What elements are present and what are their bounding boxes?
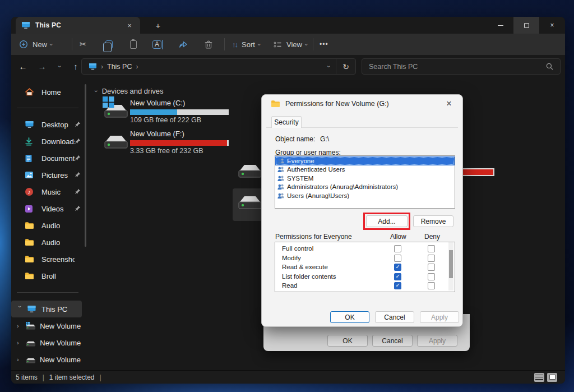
tree-chevron-icon[interactable]: › <box>17 339 22 346</box>
remove-button[interactable]: Remove <box>413 215 453 227</box>
sidebar-item[interactable]: Audio <box>11 217 82 234</box>
group-list-item[interactable]: Everyone <box>275 156 455 165</box>
tree-item[interactable]: › New Volume (C:) <box>11 317 82 334</box>
group-list-item[interactable]: SYSTEM <box>275 174 455 183</box>
tree-item[interactable]: › New Volume (G:) <box>11 351 82 368</box>
drive-icon-partial-selected[interactable] <box>237 193 263 214</box>
sidebar-item[interactable]: Videos <box>11 200 82 217</box>
sidebar-item[interactable]: Pictures <box>11 167 82 183</box>
share-button[interactable] <box>178 34 188 55</box>
address-dropdown-icon[interactable]: › <box>326 66 332 68</box>
back-button[interactable]: ← <box>16 59 30 73</box>
apply-button[interactable]: Apply <box>417 335 457 347</box>
permissions-list[interactable]: Full control Modify Read & execute List … <box>275 242 455 292</box>
drive-usage-bar <box>130 109 229 115</box>
details-view-icon[interactable] <box>534 373 544 382</box>
sidebar-item-home[interactable]: Home <box>11 84 82 100</box>
tab-this-pc[interactable]: This PC × <box>16 17 140 34</box>
group-list[interactable]: Everyone Authenticated Users SYSTEM Admi… <box>275 155 455 209</box>
group-list-item[interactable]: Users (Anurag\Users) <box>275 191 455 200</box>
cancel-button[interactable]: Cancel <box>372 335 413 347</box>
divider <box>11 100 95 116</box>
deny-column-header: Deny <box>424 233 440 241</box>
sidebar-item[interactable]: Audio <box>11 234 82 251</box>
tab-security[interactable]: Security <box>271 116 302 128</box>
paste-button[interactable] <box>130 34 137 55</box>
divider <box>313 38 313 50</box>
allow-checkbox[interactable] <box>394 245 401 252</box>
allow-checkbox[interactable] <box>394 264 401 271</box>
tree-chevron-icon[interactable]: › <box>17 322 22 329</box>
thumbnail-view-icon[interactable] <box>547 373 557 382</box>
item-count: 5 items <box>16 373 38 381</box>
tree-item[interactable]: › New Volume (F:) <box>11 334 82 351</box>
rename-button[interactable]: A <box>152 34 161 55</box>
allow-checkbox[interactable] <box>394 292 401 293</box>
allow-checkbox[interactable] <box>394 282 401 289</box>
deny-checkbox[interactable] <box>428 245 435 252</box>
address-bar[interactable]: › This PC › › ↻ <box>81 58 356 75</box>
cut-button[interactable]: ✂ <box>80 34 87 55</box>
copy-button[interactable] <box>105 34 113 55</box>
sidebar-item[interactable]: Documents <box>11 150 82 167</box>
tree-chevron-icon[interactable]: › <box>17 356 22 363</box>
sidebar-scrollbar[interactable] <box>85 84 86 247</box>
maximize-button[interactable] <box>513 17 539 34</box>
users-icon <box>277 158 285 164</box>
sidebar-item[interactable]: Downloads <box>11 133 82 150</box>
tree-chevron-icon[interactable]: › <box>17 306 24 312</box>
group-list-item[interactable]: Authenticated Users <box>275 165 455 174</box>
minimize-button[interactable] <box>488 17 513 34</box>
drive-list: New Volume (C:) 109 GB free of 222 GB Ne <box>103 99 248 160</box>
forward-button[interactable]: → <box>35 59 49 73</box>
deny-checkbox[interactable] <box>428 273 435 280</box>
allow-column-header: Allow <box>390 233 406 241</box>
permission-name: Read & execute <box>282 264 328 270</box>
permission-name: Modify <box>282 255 301 261</box>
sort-icon: ↑↓ <box>232 40 237 49</box>
new-button[interactable]: New › <box>19 34 53 55</box>
group-list-item[interactable]: Administrators (Anurag\Administrators) <box>275 183 455 192</box>
share-icon <box>178 40 188 49</box>
deny-checkbox[interactable] <box>428 255 435 262</box>
close-button[interactable]: × <box>539 17 565 34</box>
sidebar-item[interactable]: ♪ Music <box>11 183 82 200</box>
permission-row: Write <box>275 291 455 293</box>
view-icon <box>274 41 282 48</box>
new-tab-button[interactable]: + <box>151 19 165 31</box>
deny-checkbox[interactable] <box>428 282 435 289</box>
view-button[interactable]: View › <box>274 34 308 55</box>
refresh-button[interactable]: ↻ <box>336 62 355 71</box>
sidebar-item[interactable]: Screenshots <box>11 251 82 268</box>
sidebar-item[interactable]: Desktop <box>11 116 82 133</box>
sidebar-tree: › This PC › <box>11 301 95 368</box>
sidebar-item[interactable]: Broll <box>11 268 82 284</box>
recent-locations-button[interactable]: › <box>53 59 67 73</box>
section-header[interactable]: › Devices and drives <box>95 87 164 95</box>
ok-button[interactable]: OK <box>327 335 368 347</box>
more-options-button[interactable]: ••• <box>320 34 328 55</box>
drive-icon <box>103 131 129 151</box>
ok-button[interactable]: OK <box>330 311 369 323</box>
deny-checkbox[interactable] <box>428 264 435 271</box>
divider <box>72 38 72 50</box>
cancel-button[interactable]: Cancel <box>375 311 414 323</box>
permissions-scrollbar[interactable] <box>448 242 453 290</box>
breadcrumb[interactable]: This PC <box>107 63 132 71</box>
pin-icon <box>75 137 81 146</box>
delete-button[interactable] <box>204 34 213 55</box>
sort-button[interactable]: ↑↓ Sort › <box>232 34 261 55</box>
tree-item[interactable]: › This PC <box>11 301 82 317</box>
drive-item[interactable]: New Volume (F:) 3.33 GB free of 232 GB <box>103 130 248 160</box>
dialog-close-icon[interactable]: × <box>443 99 455 109</box>
tab-close-icon[interactable]: × <box>124 21 135 30</box>
allow-checkbox[interactable] <box>394 273 401 280</box>
apply-button[interactable]: Apply <box>420 311 459 323</box>
deny-checkbox[interactable] <box>428 292 435 293</box>
allow-checkbox[interactable] <box>394 255 401 262</box>
permission-name: Write <box>282 292 297 293</box>
search-input[interactable]: Search This PC <box>362 58 561 75</box>
drive-item[interactable]: New Volume (C:) 109 GB free of 222 GB <box>103 99 248 130</box>
drive-icon-partial[interactable] <box>237 162 263 183</box>
command-bar: New › ✂ A ↑↓ Sort › View › ••• <box>11 34 565 55</box>
